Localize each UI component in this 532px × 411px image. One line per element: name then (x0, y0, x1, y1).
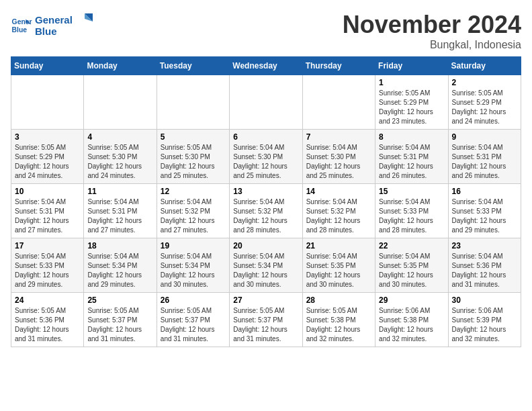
calendar-cell: 17Sunrise: 5:04 AMSunset: 5:33 PMDayligh… (11, 238, 84, 293)
day-info-line: Sunrise: 5:05 AM (15, 306, 80, 316)
day-info-line: Daylight: 12 hours and 23 minutes. (379, 107, 444, 126)
day-info-line: Daylight: 12 hours and 31 minutes. (161, 325, 226, 344)
day-number: 6 (233, 132, 298, 142)
day-info-line: Sunrise: 5:04 AM (452, 143, 517, 152)
day-info-line: Daylight: 12 hours and 28 minutes. (379, 216, 444, 235)
day-info-line: Daylight: 12 hours and 28 minutes. (233, 216, 298, 235)
day-info-line: Daylight: 12 hours and 31 minutes. (87, 325, 152, 344)
day-number: 3 (15, 132, 80, 142)
day-info-line: Daylight: 12 hours and 31 minutes. (452, 271, 517, 289)
calendar-cell: 23Sunrise: 5:04 AMSunset: 5:36 PMDayligh… (448, 238, 521, 293)
calendar-cell: 29Sunrise: 5:06 AMSunset: 5:38 PMDayligh… (375, 293, 448, 347)
day-info-line: Sunrise: 5:04 AM (306, 197, 371, 207)
logo: General Blue General Blue General Blue (11, 11, 95, 40)
day-info-line: Sunrise: 5:04 AM (233, 197, 298, 207)
calendar-cell: 1Sunrise: 5:05 AMSunset: 5:29 PMDaylight… (375, 75, 448, 130)
day-info-line: Daylight: 12 hours and 27 minutes. (87, 216, 152, 235)
logo-full: General Blue (35, 11, 95, 40)
day-info-line: Daylight: 12 hours and 27 minutes. (15, 216, 80, 235)
day-number: 8 (379, 132, 444, 142)
calendar-cell (230, 75, 302, 130)
day-info-line: Sunrise: 5:04 AM (87, 197, 152, 207)
calendar-week-row: 17Sunrise: 5:04 AMSunset: 5:33 PMDayligh… (11, 238, 521, 293)
day-number: 1 (379, 78, 444, 87)
day-info-line: Sunset: 5:36 PM (15, 316, 80, 325)
day-info-line: Sunrise: 5:06 AM (379, 306, 444, 316)
calendar-cell: 30Sunrise: 5:06 AMSunset: 5:39 PMDayligh… (448, 293, 521, 347)
day-number: 20 (233, 241, 298, 250)
day-info-line: Sunset: 5:30 PM (161, 152, 226, 162)
day-info-line: Sunset: 5:37 PM (233, 316, 298, 325)
day-number: 23 (452, 241, 517, 250)
day-info-line: Daylight: 12 hours and 24 minutes. (452, 107, 517, 126)
day-number: 10 (15, 187, 80, 196)
calendar-cell: 3Sunrise: 5:05 AMSunset: 5:29 PMDaylight… (11, 130, 84, 184)
calendar-cell: 6Sunrise: 5:04 AMSunset: 5:30 PMDaylight… (230, 130, 302, 184)
day-info-line: Daylight: 12 hours and 25 minutes. (161, 162, 226, 181)
day-info-line: Sunset: 5:34 PM (161, 261, 226, 271)
day-info-line: Daylight: 12 hours and 28 minutes. (306, 216, 371, 235)
location: Bungkal, Indonesia (343, 39, 521, 51)
day-info-line: Sunrise: 5:04 AM (233, 252, 298, 261)
day-info-line: Sunset: 5:33 PM (15, 261, 80, 271)
calendar-weekday-header: Monday (84, 57, 157, 75)
day-number: 30 (452, 295, 517, 305)
day-number: 27 (233, 295, 298, 305)
day-number: 15 (379, 187, 444, 196)
day-number: 29 (379, 295, 444, 305)
day-info-line: Sunset: 5:37 PM (161, 316, 226, 325)
calendar-week-row: 1Sunrise: 5:05 AMSunset: 5:29 PMDaylight… (11, 75, 521, 130)
svg-text:General: General (35, 14, 73, 26)
calendar-cell: 5Sunrise: 5:05 AMSunset: 5:30 PMDaylight… (157, 130, 229, 184)
calendar-cell: 2Sunrise: 5:05 AMSunset: 5:29 PMDaylight… (448, 75, 521, 130)
day-number: 2 (452, 78, 517, 87)
day-info-line: Daylight: 12 hours and 31 minutes. (233, 325, 298, 344)
day-number: 7 (306, 132, 371, 142)
calendar-weekday-header: Sunday (11, 57, 84, 75)
day-info-line: Sunrise: 5:05 AM (161, 306, 226, 316)
day-info-line: Daylight: 12 hours and 27 minutes. (161, 216, 226, 235)
calendar-weekday-header: Tuesday (157, 57, 229, 75)
day-info-line: Daylight: 12 hours and 25 minutes. (306, 162, 371, 181)
day-number: 4 (87, 132, 152, 142)
day-info-line: Sunset: 5:33 PM (379, 207, 444, 216)
day-info-line: Sunrise: 5:04 AM (233, 143, 298, 152)
calendar-cell: 22Sunrise: 5:04 AMSunset: 5:35 PMDayligh… (375, 238, 448, 293)
day-number: 14 (306, 187, 371, 196)
calendar-cell: 12Sunrise: 5:04 AMSunset: 5:32 PMDayligh… (157, 184, 229, 238)
day-info-line: Daylight: 12 hours and 29 minutes. (452, 216, 517, 235)
calendar-weekday-header: Thursday (302, 57, 375, 75)
calendar-weekday-header: Saturday (448, 57, 521, 75)
day-number: 17 (15, 241, 80, 250)
calendar-cell: 24Sunrise: 5:05 AMSunset: 5:36 PMDayligh… (11, 293, 84, 347)
page-header: General Blue General Blue General Blue N… (11, 11, 521, 51)
day-info-line: Sunrise: 5:04 AM (161, 197, 226, 207)
day-info-line: Daylight: 12 hours and 30 minutes. (379, 271, 444, 289)
day-info-line: Sunset: 5:29 PM (379, 98, 444, 107)
day-number: 18 (87, 241, 152, 250)
day-info-line: Sunrise: 5:05 AM (15, 143, 80, 152)
day-info-line: Sunset: 5:31 PM (452, 152, 517, 162)
day-info-line: Sunrise: 5:04 AM (161, 252, 226, 261)
day-info-line: Sunset: 5:31 PM (87, 207, 152, 216)
day-number: 26 (161, 295, 226, 305)
day-number: 13 (233, 187, 298, 196)
day-info-line: Sunset: 5:29 PM (15, 152, 80, 162)
day-info-line: Sunrise: 5:05 AM (87, 306, 152, 316)
day-info-line: Daylight: 12 hours and 25 minutes. (233, 162, 298, 181)
calendar-cell: 15Sunrise: 5:04 AMSunset: 5:33 PMDayligh… (375, 184, 448, 238)
day-info-line: Daylight: 12 hours and 30 minutes. (306, 271, 371, 289)
calendar-cell: 16Sunrise: 5:04 AMSunset: 5:33 PMDayligh… (448, 184, 521, 238)
day-info-line: Sunrise: 5:04 AM (15, 197, 80, 207)
day-info-line: Sunset: 5:31 PM (15, 207, 80, 216)
title-block: November 2024 Bungkal, Indonesia (343, 11, 521, 51)
calendar-cell: 25Sunrise: 5:05 AMSunset: 5:37 PMDayligh… (84, 293, 157, 347)
day-number: 5 (161, 132, 226, 142)
day-info-line: Sunset: 5:39 PM (452, 316, 517, 325)
month-title: November 2024 (343, 11, 521, 39)
calendar-week-row: 24Sunrise: 5:05 AMSunset: 5:36 PMDayligh… (11, 293, 521, 347)
svg-text:Blue: Blue (35, 26, 57, 37)
day-info-line: Sunset: 5:31 PM (379, 152, 444, 162)
calendar-cell (302, 75, 375, 130)
calendar-cell: 10Sunrise: 5:04 AMSunset: 5:31 PMDayligh… (11, 184, 84, 238)
